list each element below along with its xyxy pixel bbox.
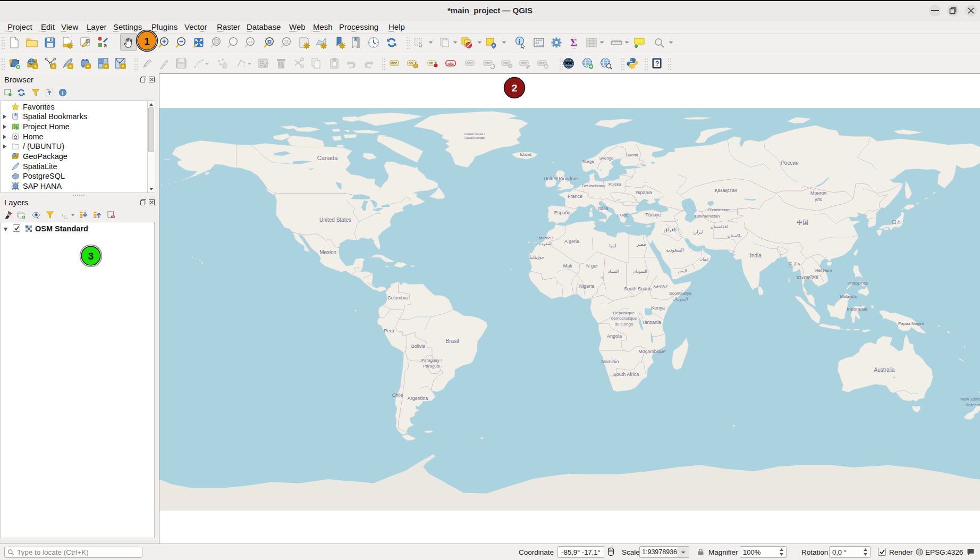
svg-text:abc: abc (539, 61, 545, 65)
svg-text:Paraguay /: Paraguay / (421, 358, 442, 363)
svg-text:မြန်မာ: မြန်မာ (788, 262, 800, 267)
svg-text:Việt Nam: Việt Nam (815, 268, 832, 273)
svg-text:France: France (568, 194, 582, 199)
svg-text:الصومال: الصومال (673, 297, 688, 302)
svg-text:abc: abc (521, 61, 527, 65)
svg-text:ایران: ایران (693, 229, 703, 235)
svg-text:South Africa: South Africa (613, 372, 639, 377)
svg-text:ab: ab (409, 61, 413, 65)
svg-text:افغانستان: افغانستان (711, 224, 728, 229)
svg-text:i: i (62, 90, 64, 96)
svg-text:اليمن: اليمن (678, 269, 687, 273)
svg-text:1: 1 (144, 36, 150, 47)
svg-text:Moçambique: Moçambique (638, 349, 666, 354)
svg-text:Brasil: Brasil (445, 338, 459, 344)
svg-text:Italia: Italia (598, 206, 608, 211)
svg-text:3: 3 (88, 250, 94, 262)
svg-text:Argentina: Argentina (408, 396, 428, 401)
svg-text:Deutschland: Deutschland (582, 183, 605, 188)
svg-text:中国: 中国 (797, 219, 808, 225)
svg-text:Chile: Chile (392, 392, 403, 398)
svg-text:Kalaallit Nunaat /: Kalaallit Nunaat / (464, 132, 485, 136)
svg-text:ab: ab (429, 61, 433, 65)
svg-text:日本: 日本 (892, 220, 901, 225)
svg-text:Norge: Norge (582, 159, 594, 164)
svg-text:2: 2 (512, 82, 518, 94)
svg-text:Namibia: Namibia (601, 359, 619, 364)
svg-text:Canada: Canada (317, 155, 338, 161)
svg-text:abc: abc (447, 61, 454, 66)
svg-text:Suomi: Suomi (626, 153, 638, 157)
svg-text:التشاد: التشاد (608, 269, 619, 274)
svg-text:Indonesia: Indonesia (847, 306, 867, 312)
svg-text:[Kalaallit Nunaat]: [Kalaallit Nunaat] (464, 136, 485, 139)
svg-text:République: République (613, 311, 635, 315)
svg-text:Angola: Angola (607, 333, 622, 339)
svg-text:ليبيا: ليبيا (609, 243, 616, 248)
svg-text:Ελλάς: Ελλάς (616, 213, 628, 218)
svg-text:United States: United States (319, 217, 351, 223)
svg-text:Australia: Australia (874, 367, 895, 373)
svg-text:abc: abc (503, 61, 509, 65)
svg-text:Kotearoa: Kotearoa (966, 403, 980, 407)
svg-text:Қазақстан: Қазақстан (715, 188, 737, 193)
svg-text:Sverige: Sverige (599, 156, 614, 161)
svg-text:Mali: Mali (563, 263, 572, 269)
svg-text:abc: abc (391, 61, 398, 65)
svg-text:?: ? (655, 60, 659, 68)
svg-text:New Zealand /: New Zealand / (960, 397, 980, 402)
svg-text:India: India (750, 253, 762, 258)
svg-text:ኢትዮጵያ: ኢትዮጵያ (653, 284, 668, 289)
svg-text:Монгол: Монгол (810, 190, 827, 196)
svg-text:Σ: Σ (570, 37, 577, 48)
svg-text:Papua Nugini: Papua Nugini (898, 321, 924, 326)
svg-text:السودان: السودان (632, 269, 647, 274)
svg-text:Türkmenistan: Türkmenistan (694, 214, 720, 219)
svg-text:Soomaaliya: Soomaaliya (669, 291, 691, 296)
svg-text:Paraguái: Paraguái (423, 364, 440, 369)
svg-text:العراق: العراق (664, 227, 677, 232)
svg-text:Tanzania: Tanzania (642, 320, 661, 325)
svg-text:السعودية: السعودية (666, 247, 684, 253)
svg-text:عمان: عمان (699, 257, 709, 262)
svg-text:Malaysia: Malaysia (840, 294, 857, 299)
svg-text:پاکستان: پاکستان (728, 233, 741, 238)
svg-text:ประเทศไทย: ประเทศไทย (797, 275, 818, 280)
svg-text:Perú: Perú (384, 328, 394, 333)
svg-text:du Congo: du Congo (615, 322, 633, 327)
svg-text:España: España (554, 210, 571, 215)
svg-text:A geria: A geria (564, 239, 579, 244)
svg-text:a: a (104, 42, 107, 48)
svg-text:улс: улс (815, 197, 823, 202)
svg-text:Philippines: Philippines (848, 281, 868, 286)
svg-text:Bolivia: Bolivia (411, 344, 426, 349)
svg-text:Nigeria: Nigeria (579, 283, 595, 289)
svg-text:مصر: مصر (636, 241, 646, 247)
svg-text:démocratique: démocratique (611, 316, 637, 321)
svg-text:Maroc /: Maroc / (539, 236, 553, 240)
svg-text:Mexico: Mexico (319, 249, 336, 255)
svg-text:1:1: 1:1 (248, 40, 253, 44)
svg-text:Colombia: Colombia (387, 295, 408, 300)
svg-text:O'zbekiston: O'zbekiston (707, 207, 730, 212)
svg-text:South Sudan: South Sudan (624, 286, 652, 291)
svg-text:United Kingdom: United Kingdom (544, 176, 578, 181)
svg-text:Kenya: Kenya (651, 305, 665, 311)
svg-text:abc: abc (485, 61, 491, 65)
svg-text:Україна: Україна (635, 190, 652, 195)
svg-text:Türkiye: Türkiye (645, 212, 661, 218)
svg-text:N ger: N ger (586, 263, 598, 269)
svg-text:المغرب: المغرب (539, 241, 552, 246)
svg-text:موريتانيا: موريتانيا (530, 255, 544, 260)
svg-text:Polska: Polska (609, 182, 622, 187)
svg-text:Island: Island (520, 152, 531, 157)
svg-text:abc: abc (467, 61, 473, 65)
svg-text:Россия: Россия (781, 160, 799, 166)
